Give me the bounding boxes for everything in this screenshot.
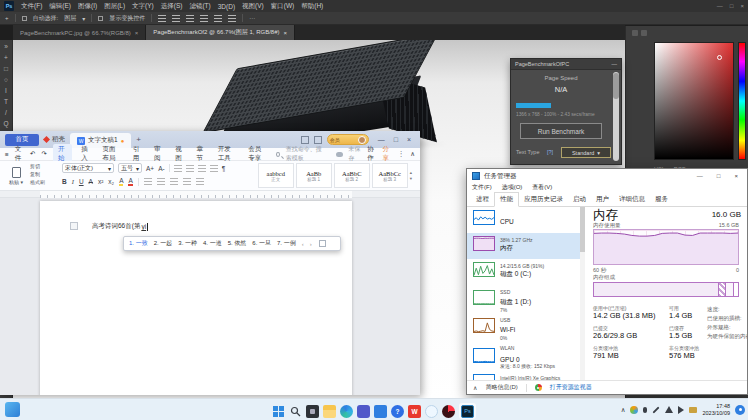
bullet-list-icon[interactable] xyxy=(174,165,182,172)
help-icon[interactable]: [?] xyxy=(547,149,553,155)
tm-tab-details[interactable]: 详细信息 xyxy=(614,193,650,206)
align-right-icon[interactable] xyxy=(186,15,194,22)
decrease-indent-icon[interactable] xyxy=(198,165,206,172)
bold-button[interactable]: B xyxy=(62,178,67,185)
tm-minimize-button[interactable]: — xyxy=(697,173,703,179)
tm-menu-view[interactable]: 查看(V) xyxy=(532,183,552,193)
document-page[interactable]: 高考诗词66首(第 yi xyxy=(40,201,352,395)
italic-button[interactable]: I xyxy=(72,178,74,185)
memory-composition-bar[interactable] xyxy=(593,282,739,297)
tm-tab-users[interactable]: 用户 xyxy=(591,193,614,206)
network-icon[interactable] xyxy=(665,406,673,413)
auto-select-caret-icon[interactable]: ▾ xyxy=(82,15,85,22)
align-left-icon[interactable] xyxy=(158,15,166,22)
store-icon[interactable] xyxy=(374,405,387,418)
ps-menu-layer[interactable]: 图层(L) xyxy=(104,2,125,11)
paragraph-mark-icon[interactable]: ¶ xyxy=(222,165,226,172)
widgets-icon[interactable] xyxy=(5,402,20,417)
get-help-icon[interactable]: ? xyxy=(391,405,404,418)
tm-tab-performance[interactable]: 性能 xyxy=(494,192,519,207)
ps-menu-type[interactable]: 文字(Y) xyxy=(132,2,154,11)
taskbar-clock[interactable]: 17:48 2023/10/09 xyxy=(702,403,730,416)
ps-menu-view[interactable]: 视图(V) xyxy=(242,2,264,11)
tm-titlebar[interactable]: 任务管理器 — □ × xyxy=(467,169,747,183)
copy-button[interactable]: 复制 xyxy=(30,171,45,177)
wps-taskbar-icon[interactable]: W xyxy=(408,405,421,418)
wps-new-tab-button[interactable]: + xyxy=(136,135,141,144)
sidebar-item-memory[interactable]: 内存14.2/15.6 GB (91%) xyxy=(467,233,580,259)
sidebar-item-disk0[interactable]: 磁盘 0 (C:)SSD7% xyxy=(467,259,580,287)
wps-docer-button[interactable]: 稻壳 xyxy=(44,135,65,144)
panel-collapse-icon[interactable] xyxy=(632,30,638,36)
ime-prev-page-icon[interactable]: ‹ xyxy=(302,241,304,247)
style-gallery-up-icon[interactable]: ▴ xyxy=(410,170,412,175)
ime-candidate-2[interactable]: 2. 一起 xyxy=(154,239,173,248)
style-gallery-down-icon[interactable]: ▾ xyxy=(410,176,412,181)
wps-home-button[interactable]: 首页 xyxy=(5,134,39,146)
hue-slider[interactable] xyxy=(738,42,746,160)
increase-indent-icon[interactable] xyxy=(210,165,218,172)
tm-close-button[interactable]: × xyxy=(734,173,738,179)
member-badge[interactable]: 会员 xyxy=(327,134,369,145)
tm-tab-startup[interactable]: 启动 xyxy=(568,193,591,206)
numbered-list-icon[interactable] xyxy=(186,165,194,172)
font-color-button[interactable]: A xyxy=(128,177,132,186)
ps-menu-filter[interactable]: 滤镜(T) xyxy=(189,2,210,11)
sidebar-item-wifi[interactable]: Wi-FiWLAN发送: 8.0 接收: 152 Kbps xyxy=(467,315,580,345)
distribute-middle-icon[interactable] xyxy=(214,15,222,22)
highlight-color-button[interactable]: A xyxy=(119,177,123,186)
more-options-icon[interactable]: ··· xyxy=(249,15,255,21)
ime-candidate-7[interactable]: 7. 一例 xyxy=(277,239,296,248)
eyedropper-tool-icon[interactable]: I xyxy=(5,87,7,94)
move-tool-icon[interactable]: + xyxy=(4,54,8,61)
document-tab-2[interactable]: PageBenchmarkOf2 @ 66.7%(图层 1, RGB/8#) × xyxy=(146,25,295,40)
ime-next-page-icon[interactable]: › xyxy=(310,241,312,247)
ime-tool-icon[interactable] xyxy=(319,240,326,247)
sidebar-item-gpu0[interactable]: GPU 0Intel(R) Iris(R) Xe Graphics1% xyxy=(467,345,580,371)
ps-menu-edit[interactable]: 编辑(E) xyxy=(49,2,71,11)
wps-minimize-button[interactable]: — xyxy=(378,136,385,143)
ps-close-button[interactable]: × xyxy=(740,3,744,9)
redo-icon[interactable]: ↷ xyxy=(41,150,46,158)
document-tab-1[interactable]: PageBenchmarkPC.jpg @ 66.7%(RGB/8) × xyxy=(13,25,146,40)
ime-candidate-5[interactable]: 5. 依然 xyxy=(228,239,247,248)
cut-button[interactable]: 剪切 xyxy=(30,163,45,169)
layout-toggle-icon[interactable] xyxy=(301,136,309,144)
strikethrough-button[interactable]: A xyxy=(89,178,93,185)
align-center-icon[interactable] xyxy=(172,15,180,22)
pen-tool-icon[interactable]: / xyxy=(5,109,7,116)
distribute-top-icon[interactable] xyxy=(200,15,208,22)
sidebar-item-disk1[interactable]: 磁盘 1 (D:)USB0% xyxy=(467,287,580,315)
document-tab-2-close-icon[interactable]: × xyxy=(283,30,287,36)
tray-folder-icon[interactable] xyxy=(689,407,697,413)
microphone-icon[interactable] xyxy=(643,407,647,413)
font-name-select[interactable]: 宋体(正文) ▾ xyxy=(62,163,114,173)
open-resource-monitor-link[interactable]: 打开资源监视器 xyxy=(550,383,592,392)
fewer-details-button[interactable]: 简略信息(D) xyxy=(485,383,517,392)
photoshop-taskbar-icon[interactable]: Ps xyxy=(461,405,474,418)
ps-maximize-button[interactable]: □ xyxy=(730,3,734,9)
speaker-icon[interactable] xyxy=(678,406,684,414)
distribute-bottom-icon[interactable] xyxy=(228,15,236,22)
notification-icon[interactable] xyxy=(735,405,745,415)
horizontal-ruler[interactable] xyxy=(0,191,420,198)
document-text-line[interactable]: 高考诗词66首(第 yi xyxy=(92,222,148,231)
style-heading1[interactable]: AaBb 标题 1 xyxy=(296,163,332,188)
benchmark-panel-minimize-icon[interactable]: — xyxy=(612,61,618,67)
pen-icon[interactable] xyxy=(653,406,660,413)
subscript-button[interactable]: x₂ xyxy=(108,178,114,185)
tm-maximize-button[interactable]: □ xyxy=(717,173,721,179)
ime-candidate-3[interactable]: 3. 一种 xyxy=(178,239,197,248)
sidebar-item-cpu[interactable]: CPU38% 1.27 GHz xyxy=(467,207,580,233)
object-anchor-icon[interactable] xyxy=(70,222,78,230)
panel-menu-icon[interactable] xyxy=(641,30,647,36)
sidebar-scrollbar-thumb[interactable] xyxy=(580,207,585,252)
tray-app-icon[interactable] xyxy=(630,406,638,414)
photoshop-taskbar-active[interactable]: Ps xyxy=(459,403,476,419)
align-right-icon[interactable] xyxy=(170,178,178,185)
text-type-dropdown[interactable]: Standard ▾ xyxy=(561,147,611,158)
edge-browser-icon[interactable] xyxy=(340,405,353,418)
benchmark-panel-titlebar[interactable]: PageBenchmarkOfPC — xyxy=(511,59,621,70)
format-painter-button[interactable]: 格式刷 xyxy=(30,179,45,185)
font-size-select[interactable]: 五号 ▾ xyxy=(118,163,142,173)
